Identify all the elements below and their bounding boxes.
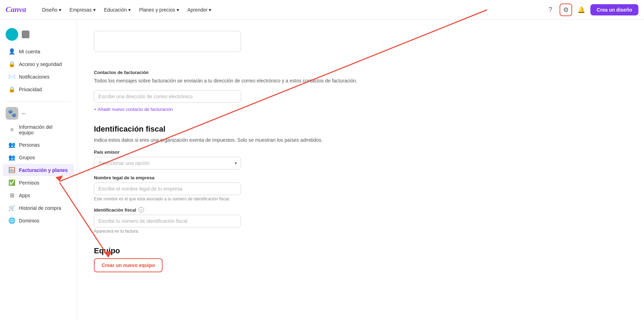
billing-email-input[interactable] — [94, 90, 241, 103]
sidebar-item-notificaciones[interactable]: ✉️ Notificaciones — [3, 71, 74, 83]
people-icon: 👥 — [8, 141, 15, 148]
user-icon: 👤 — [8, 48, 15, 55]
country-select[interactable]: Seleccionar una opción — [94, 157, 241, 169]
sidebar-item-permisos[interactable]: ✅ Permisos — [3, 176, 74, 189]
sidebar-item-historial-compra[interactable]: 🛒 Historial de compra — [3, 202, 74, 214]
sidebar-item-facturacion-planes[interactable]: 🪟 Facturación y planes — [3, 164, 74, 176]
sidebar-user-section — [0, 25, 77, 45]
partial-top-section — [94, 31, 376, 61]
company-name-hint: Este nombre es el que está asociado a tu… — [94, 196, 376, 201]
billing-contacts-label: Contactos de facturación — [94, 70, 376, 75]
fiscal-id-hint: Aparecerá en tu factura. — [94, 229, 376, 234]
permissions-icon: ✅ — [8, 179, 15, 186]
chevron-down-icon — [177, 7, 179, 13]
fiscal-id-section: Identificación fiscal Indica estos datos… — [94, 125, 376, 234]
user-avatar-secondary — [22, 31, 29, 38]
globe-icon: 🌐 — [8, 217, 15, 224]
fiscal-id-label: Identificación fiscal i — [94, 207, 376, 213]
notifications-button[interactable]: 🔔 — [575, 4, 588, 16]
main-content: Contactos de facturación Todos los mensa… — [77, 20, 392, 320]
sidebar-item-dominios[interactable]: 🌐 Dominios — [3, 214, 74, 227]
billing-icon: 🪟 — [8, 167, 15, 173]
billing-contacts-description: Todos los mensajes sobre facturación se … — [94, 77, 376, 85]
add-billing-contact-link[interactable]: + Añadir nuevo contacto de facturación — [94, 107, 173, 112]
company-name-input[interactable] — [94, 182, 241, 195]
topnav-right: ? ⚙ 🔔 Crea un diseño — [544, 4, 638, 16]
fiscal-id-title: Identificación fiscal — [94, 125, 376, 134]
question-icon: ? — [549, 6, 552, 13]
company-name-field: Nombre legal de la empresa Este nombre e… — [94, 175, 376, 201]
sidebar-item-mi-cuenta[interactable]: 👤 Mi cuenta — [3, 45, 74, 58]
cart-icon: 🛒 — [8, 205, 15, 211]
settings-button[interactable]: ⚙ — [560, 4, 572, 16]
chevron-down-icon — [209, 7, 211, 13]
list-icon: ≡ — [8, 127, 15, 133]
fiscal-id-description: Indica estos datos si eres una organizac… — [94, 136, 376, 144]
info-icon[interactable]: i — [138, 207, 144, 213]
gear-icon: ⚙ — [563, 6, 569, 14]
main-layout: 👤 Mi cuenta 🔒 Acceso y seguridad ✉️ Noti… — [0, 20, 644, 320]
sidebar-item-privacidad[interactable]: 🔒 Privacidad — [3, 83, 74, 95]
create-design-button[interactable]: Crea un diseño — [590, 4, 638, 15]
fiscal-id-field: Identificación fiscal i Aparecerá en tu … — [94, 207, 376, 234]
canva-logo[interactable]: Canva — [6, 4, 30, 15]
partial-textarea[interactable] — [94, 31, 241, 52]
sidebar-item-acceso-seguridad[interactable]: 🔒 Acceso y seguridad — [3, 58, 74, 70]
sidebar-team-section: 🐾 ··· — [0, 104, 77, 121]
create-new-team-button[interactable]: Crear un nuevo equipo — [94, 258, 163, 272]
country-field: País emisor Seleccionar una opción ▾ — [94, 149, 376, 169]
topnav: Canva Diseño Empresas Educación Planes y… — [0, 0, 644, 20]
company-name-label: Nombre legal de la empresa — [94, 175, 376, 180]
country-label: País emisor — [94, 149, 376, 155]
mail-icon: ✉️ — [8, 73, 15, 80]
team-name-label: ··· — [22, 111, 26, 116]
menu-empresas[interactable]: Empresas — [66, 5, 99, 15]
chevron-down-icon — [59, 7, 61, 13]
svg-text:Canva: Canva — [6, 5, 26, 14]
lock-icon: 🔒 — [8, 61, 15, 67]
menu-aprender[interactable]: Aprender — [184, 5, 215, 15]
apps-icon: ⊞ — [8, 192, 15, 199]
bell-icon: 🔔 — [577, 6, 585, 14]
menu-diseno[interactable]: Diseño — [39, 5, 65, 15]
sidebar-item-personas[interactable]: 👥 Personas — [3, 139, 74, 151]
team-avatar: 🐾 — [6, 107, 18, 120]
groups-icon: 👥 — [8, 154, 15, 161]
sidebar-item-informacion-equipo[interactable]: ≡ Información del equipo — [3, 121, 74, 138]
sidebar-item-grupos[interactable]: 👥 Grupos — [3, 151, 74, 164]
help-button[interactable]: ? — [544, 4, 557, 16]
menu-educacion[interactable]: Educación — [101, 5, 134, 15]
chevron-down-icon — [128, 7, 131, 13]
user-avatar — [6, 28, 18, 41]
fiscal-id-input[interactable] — [94, 215, 241, 227]
sidebar-divider — [6, 101, 71, 101]
sidebar-item-apps[interactable]: ⊞ Apps — [3, 189, 74, 201]
shield-icon: 🔒 — [8, 86, 15, 93]
sidebar: 👤 Mi cuenta 🔒 Acceso y seguridad ✉️ Noti… — [0, 20, 77, 320]
country-select-wrapper: Seleccionar una opción ▾ — [94, 157, 241, 169]
sidebar-personal-section: 👤 Mi cuenta 🔒 Acceso y seguridad ✉️ Noti… — [0, 45, 77, 95]
sidebar-team-items: ≡ Información del equipo 👥 Personas 👥 Gr… — [0, 121, 77, 227]
team-section: Equipo Crear un nuevo equipo — [94, 246, 376, 272]
team-section-title: Equipo — [94, 246, 376, 255]
chevron-down-icon — [93, 7, 96, 13]
menu-planes[interactable]: Planes y precios — [136, 5, 183, 15]
topnav-menu: Diseño Empresas Educación Planes y preci… — [39, 5, 544, 15]
billing-contacts-section: Contactos de facturación Todos los mensa… — [94, 70, 376, 112]
